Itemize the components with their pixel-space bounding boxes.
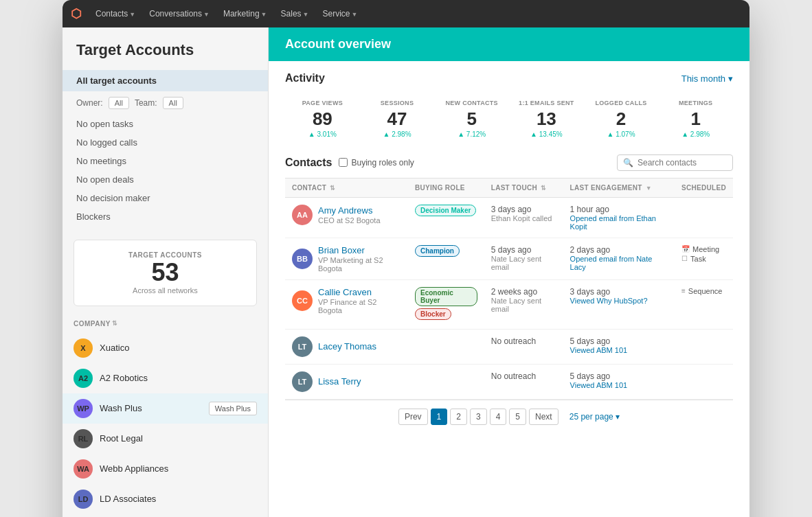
per-page-chevron: ▾ [616, 412, 620, 422]
per-page-selector[interactable]: 25 per page ▾ [569, 412, 620, 422]
contact-name-amy[interactable]: Amy Andrews [318, 205, 381, 216]
company-avatar-a2: A2 [74, 369, 93, 388]
next-button[interactable]: Next [529, 409, 559, 425]
last-touch-brian: 5 days ago [491, 245, 556, 255]
contact-name-lissa[interactable]: Lissa Terry [318, 376, 361, 387]
prev-button[interactable]: Prev [398, 409, 428, 425]
th-buying-role: Buying Role [408, 178, 484, 197]
last-engagement-detail-lacey[interactable]: Viewed ABM 101 [570, 346, 668, 354]
company-rootlegal[interactable]: RL Root Legal [63, 424, 268, 454]
right-panel: Account overview Activity This month ▾ P [269, 27, 749, 517]
metric-meetings: Meetings 1 2.98% [658, 94, 733, 143]
contacts-section: Contacts Buying roles only 🔍 [269, 154, 749, 444]
buying-role-lissa [408, 364, 484, 399]
activity-title: Activity [285, 72, 325, 84]
contact-name-callie[interactable]: Callie Craven [318, 287, 401, 297]
filter-no-open-deals[interactable]: No open deals [63, 170, 268, 189]
contacts-header: Contacts Buying roles only 🔍 [285, 154, 733, 171]
top-nav: ⬡ Contacts▼ Conversations▼ Marketing▼ Sa… [63, 0, 749, 27]
team-filter[interactable]: All [163, 97, 183, 109]
last-engagement-detail-amy[interactable]: Opened email from Ethan Kopit [570, 214, 668, 231]
last-engagement-sort-icon[interactable]: ▼ [646, 185, 652, 192]
scheduled-meeting: 📅 Meeting [681, 245, 726, 253]
th-last-engagement: Last Engagement ▼ [563, 178, 675, 197]
scheduled-callie: ≡ Sequence [675, 279, 733, 329]
page-4-button[interactable]: 4 [490, 409, 507, 425]
avatar-amy: AA [292, 205, 313, 225]
activity-section: Activity This month ▾ Page Views 89 3.01… [269, 61, 749, 154]
chevron-down-icon: ▾ [728, 73, 733, 84]
badge-economic-buyer: Economic Buyer [415, 287, 477, 306]
last-engagement-lissa: 5 days ago [570, 371, 668, 381]
nav-contacts[interactable]: Contacts▼ [90, 6, 141, 21]
avatar-brian: BB [292, 249, 313, 269]
table-row: LT Lacey Thomas No outreach [285, 329, 733, 364]
last-touch-sort-icon[interactable]: ⇅ [541, 185, 546, 192]
scheduled-lissa [675, 364, 733, 399]
badge-decision-maker: Decision Maker [415, 205, 476, 216]
table-row: LT Lissa Terry No outreach [285, 364, 733, 399]
filter-no-open-tasks[interactable]: No open tasks [63, 115, 268, 133]
last-touch-detail-amy: Ethan Kopit called [491, 214, 556, 222]
last-touch-detail-brian: Nate Lacy sent email [491, 255, 556, 271]
last-touch-lacey: No outreach [491, 336, 556, 346]
last-engagement-brian: 2 days ago [570, 245, 668, 255]
metric-sessions: Sessions 47 2.98% [360, 94, 435, 143]
scheduled-brian: 📅 Meeting ☐ Task [675, 238, 733, 279]
recommendations-section: Recommendations Potential target account… [63, 514, 268, 517]
last-engagement-callie: 3 days ago [570, 287, 668, 297]
scheduled-task: ☐ Task [681, 255, 726, 263]
last-engagement-amy: 1 hour ago [570, 205, 668, 214]
company-webappliances[interactable]: WA Webb Appliances [63, 454, 268, 484]
filter-no-logged-calls[interactable]: No logged calls [63, 133, 268, 152]
page-5-button[interactable]: 5 [509, 409, 526, 425]
th-last-touch: Last Touch ⇅ [484, 178, 563, 197]
contact-role-callie: VP Finance at S2 Bogota [318, 298, 401, 314]
contact-sort-icon[interactable]: ⇅ [330, 185, 335, 192]
buying-roles-checkbox[interactable] [339, 158, 348, 167]
company-a2robotics[interactable]: A2 A2 Robotics [63, 363, 268, 393]
company-ldassociates[interactable]: LD LD Associates [63, 484, 268, 514]
this-month-button[interactable]: This month ▾ [681, 73, 733, 84]
table-row: BB Brian Boxer VP Marketing at S2 Bogota… [285, 238, 733, 279]
last-engagement-detail-lissa[interactable]: Viewed ABM 101 [570, 381, 668, 389]
contact-cell-lacey: LT Lacey Thomas [292, 336, 401, 357]
last-engagement-detail-brian[interactable]: Opened email from Nate Lacy [570, 255, 668, 271]
contact-cell-callie: CC Callie Craven VP Finance at S2 Bogota [292, 287, 401, 314]
owner-filter[interactable]: All [109, 97, 129, 109]
filter-blockers[interactable]: Blockers [63, 207, 268, 226]
contact-name-lacey[interactable]: Lacey Thomas [318, 341, 376, 352]
nav-conversations[interactable]: Conversations▼ [144, 6, 215, 21]
company-xuatico[interactable]: X Xuatico [63, 333, 268, 363]
left-sidebar: Target Accounts All target accounts Owne… [63, 27, 269, 517]
hubspot-logo: ⬡ [71, 6, 82, 21]
metric-logged-calls: Logged Calls 2 1.07% [584, 94, 659, 143]
company-actions-button[interactable]: Wash Plus [209, 402, 257, 415]
page-3-button[interactable]: 3 [470, 409, 487, 425]
avatar-lissa: LT [292, 371, 313, 392]
filter-bar: Owner: All Team: All [63, 91, 268, 115]
last-engagement-detail-callie[interactable]: Viewed Why HubSpot? [570, 297, 668, 305]
filter-section: All target accounts Owner: All Team: All… [63, 70, 268, 231]
nav-sales[interactable]: Sales▼ [275, 6, 315, 21]
panel-header: Account overview [269, 27, 749, 61]
nav-marketing[interactable]: Marketing▼ [218, 6, 273, 21]
filter-all-target-accounts[interactable]: All target accounts [63, 70, 268, 91]
company-avatar-xuatico: X [74, 338, 93, 358]
contact-name-brian[interactable]: Brian Boxer [318, 245, 401, 255]
filter-no-decision-maker[interactable]: No decision maker [63, 189, 268, 207]
badge-blocker: Blocker [415, 308, 451, 320]
company-washplus[interactable]: WP Wash Plus Wash Plus [63, 393, 268, 424]
nav-service[interactable]: Service▼ [317, 6, 363, 21]
metrics-row: Page Views 89 3.01% Sessions 47 2.98% Ne… [285, 94, 733, 143]
filter-no-meetings[interactable]: No meetings [63, 152, 268, 170]
page-1-button[interactable]: 1 [431, 409, 448, 425]
screen-wrapper: ⬡ Contacts▼ Conversations▼ Marketing▼ Sa… [63, 0, 749, 517]
page-2-button[interactable]: 2 [450, 409, 467, 425]
buying-roles-filter[interactable]: Buying roles only [339, 158, 414, 168]
avatar-lacey: LT [292, 336, 313, 357]
search-contacts-input[interactable] [638, 158, 727, 168]
search-contacts-box[interactable]: 🔍 [617, 154, 733, 171]
contact-cell-brian: BB Brian Boxer VP Marketing at S2 Bogota [292, 245, 401, 273]
company-sort-icon[interactable]: ⇅ [112, 320, 118, 327]
